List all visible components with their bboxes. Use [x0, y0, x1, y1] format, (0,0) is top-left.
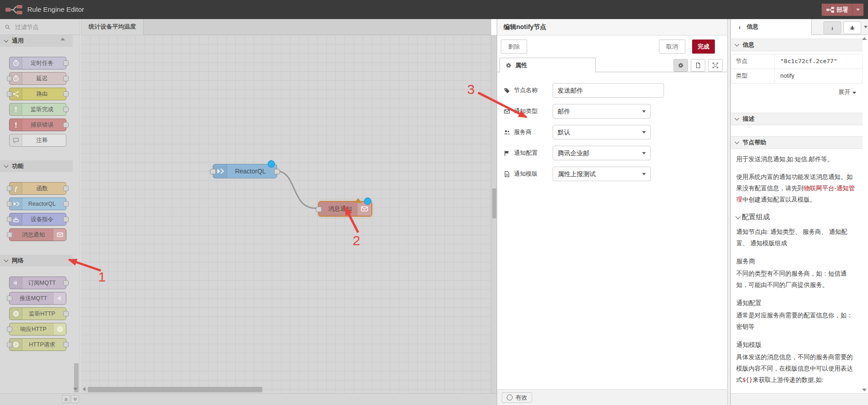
node-enabled-toggle[interactable]: 有效 [502, 392, 532, 403]
palette-node[interactable]: 消息通知 [9, 228, 66, 241]
section-header-node-help[interactable]: 节点帮助 [731, 136, 863, 149]
section-header-description[interactable]: 描述 [731, 113, 863, 125]
palette-node[interactable]: 注释 [9, 134, 66, 147]
palette-scroll-up-arrow[interactable] [60, 38, 65, 40]
expand-link[interactable]: 展开 [731, 87, 863, 97]
output-port[interactable] [63, 217, 69, 222]
palette-category-header[interactable]: 网络 [0, 255, 73, 267]
selected-value: 默认 [558, 128, 570, 136]
help-paragraph: 用于发送消息通知,如:短信,邮件等。 [736, 153, 857, 165]
notify-type-select[interactable]: 邮件 [553, 104, 651, 119]
bug-icon [849, 25, 855, 31]
input-port[interactable] [7, 296, 12, 301]
canvas-vscrollbar-thumb[interactable] [492, 188, 496, 218]
palette-category-header[interactable]: 通用 [0, 35, 73, 47]
section-header-info[interactable]: 信息 [731, 39, 863, 51]
palette-search[interactable] [0, 19, 80, 35]
properties-view-button[interactable] [673, 59, 688, 72]
output-port[interactable] [63, 122, 69, 128]
canvas-node-reactorql[interactable]: ReactorQL [213, 164, 277, 178]
notify-config-select[interactable]: 腾讯企业邮 [553, 146, 651, 160]
collapse-all-categories-button[interactable] [62, 395, 70, 403]
output-port[interactable] [63, 186, 69, 191]
chevron-down-icon [642, 173, 646, 175]
cancel-button[interactable]: 取消 [659, 40, 685, 54]
output-port[interactable] [63, 76, 69, 81]
output-port[interactable] [63, 201, 69, 207]
input-port[interactable] [316, 207, 322, 212]
help-section-config-composition[interactable]: 配置组成 [736, 212, 857, 222]
palette-node[interactable]: 监听完成 [9, 103, 66, 116]
output-port[interactable] [63, 107, 69, 112]
info-view-button[interactable]: i [823, 21, 841, 34]
palette-category: 网络订阅MQTT推送MQTT监听HTTP响应HTTPHTTP请求 [0, 255, 73, 359]
output-port[interactable] [274, 169, 280, 174]
sidebar-menu-caret[interactable] [864, 26, 868, 28]
form-field-row: 通知类型邮件 [504, 104, 721, 119]
output-port[interactable] [63, 60, 69, 66]
appearance-view-button[interactable] [708, 59, 723, 72]
workspace-tab-label: 统计设备平均温度 [89, 23, 136, 30]
palette-node[interactable]: 监听HTTP [9, 307, 66, 320]
clock-icon [12, 75, 20, 82]
palette-node[interactable]: 捕获错误 [9, 119, 66, 131]
sidebar-view-buttons: i [823, 21, 861, 34]
help-paragraph: 具体发送的消息信息，不同的服务商需要的模版内容不同，在模版信息中可以使用表达式$… [736, 351, 857, 385]
palette-category-header[interactable]: 功能 [0, 160, 73, 172]
node-name-input[interactable]: 发送邮件 [553, 83, 664, 98]
palette-node[interactable]: HTTP请求 [9, 338, 66, 351]
description-view-button[interactable] [691, 59, 705, 72]
globe-icon [12, 310, 20, 317]
palette-node[interactable]: f函数 [9, 182, 66, 195]
output-port[interactable] [63, 91, 69, 97]
output-port[interactable] [63, 342, 69, 347]
debug-view-button[interactable] [843, 21, 861, 34]
route-icon [12, 90, 20, 98]
input-port[interactable] [7, 232, 12, 237]
input-port[interactable] [210, 169, 216, 174]
palette-scroll-down-arrow[interactable] [73, 388, 78, 390]
field-label: 节点名称 [514, 86, 553, 94]
canvas-hscroll-left-arrow[interactable] [83, 387, 85, 391]
canvas-vscrollbar[interactable] [491, 35, 497, 393]
palette-node-label: 延迟 [22, 73, 62, 84]
palette-node[interactable]: 延迟 [9, 72, 66, 85]
canvas-hscrollbar-thumb[interactable] [88, 387, 262, 392]
output-port[interactable] [63, 311, 69, 316]
tab-properties[interactable]: 属性 [499, 58, 596, 73]
deploy-options-caret[interactable] [852, 4, 863, 16]
panel-resize-handle[interactable] [727, 19, 730, 405]
palette-node[interactable]: 订阅MQTT [9, 277, 66, 289]
device-icon [12, 216, 20, 223]
info-scroll-down-arrow[interactable] [862, 389, 867, 391]
provider-select[interactable]: 默认 [553, 125, 651, 139]
expand-all-categories-button[interactable] [71, 395, 79, 403]
globe-icon [12, 341, 20, 348]
output-port[interactable] [63, 280, 69, 286]
canvas-node-notify[interactable]: 消息通知 [318, 201, 372, 217]
tag-icon [504, 87, 510, 94]
palette-node[interactable]: 定时任务 [9, 57, 66, 69]
input-port[interactable] [7, 326, 12, 332]
palette-node[interactable]: ReactorQL [9, 198, 66, 210]
angle-double-up-icon [64, 397, 69, 402]
gear-icon [678, 62, 684, 69]
selection-frame-icon [712, 62, 718, 69]
deploy-button[interactable]: 部署 [822, 4, 863, 16]
palette-node[interactable]: 设备指令 [9, 213, 66, 226]
tab-info[interactable]: i 信息 [731, 19, 812, 35]
palette-node-label: 设备指令 [22, 213, 62, 225]
notify-template-select[interactable]: 属性上报测试 [553, 167, 651, 181]
palette-node[interactable]: 路由 [9, 88, 66, 100]
palette-search-input[interactable] [14, 23, 70, 31]
palette-node[interactable]: 推送MQTT [9, 292, 66, 305]
info-scroll-up-arrow[interactable] [862, 37, 867, 40]
signal-icon [12, 279, 20, 286]
delete-button[interactable]: 删除 [501, 40, 527, 54]
palette-node[interactable]: 响应HTTP [9, 323, 66, 336]
workspace-tab[interactable]: 统计设备平均温度 [81, 19, 144, 35]
done-button[interactable]: 完成 [692, 40, 715, 54]
flow-canvas[interactable]: ReactorQL 消息通知 [81, 35, 491, 393]
flag-icon [504, 150, 510, 157]
palette-node-label: HTTP请求 [22, 339, 62, 351]
